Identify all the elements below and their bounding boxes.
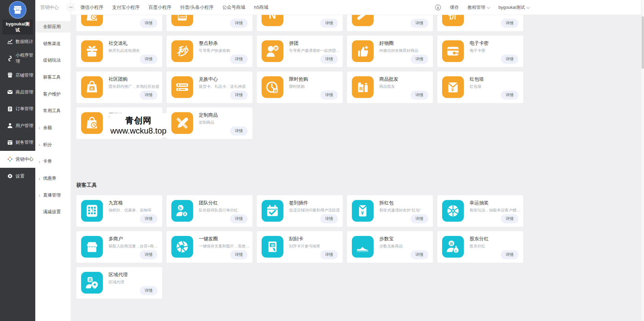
detail-button[interactable]: 详情 (230, 250, 248, 259)
detail-button[interactable]: 详情 (501, 91, 518, 100)
svg-text:¥: ¥ (451, 87, 454, 92)
detail-button[interactable]: 详情 (230, 55, 248, 64)
detail-button[interactable]: 详情 (140, 91, 157, 100)
detail-button[interactable]: 详情 (411, 250, 428, 259)
letter-n-icon: N (262, 15, 283, 26)
detail-button[interactable]: 详情 (320, 250, 338, 259)
detail-button[interactable]: 详情 (320, 19, 338, 28)
app-card-title: 幸运抽奖 (470, 200, 489, 206)
miniprogram-icon (7, 56, 13, 61)
brand-logo-icon (9, 1, 26, 19)
submenu-title: 营销中心 (40, 4, 59, 11)
open-redpacket-icon: ¥ (352, 200, 374, 222)
app-card-subtitle: 限时抢购 (289, 84, 305, 89)
app-card-title: 股东分红 (470, 236, 489, 242)
sidebar-item-设置[interactable]: 设置 (0, 168, 35, 185)
sidebar-item-label: 数据统计 (16, 39, 33, 45)
detail-button[interactable]: 详情 (411, 91, 428, 100)
tutorial-menu[interactable]: 教程管理 (468, 4, 490, 11)
app-card-title: 多商户 (109, 236, 123, 242)
submenu-item-客户维护[interactable]: 客户维护 (35, 86, 71, 103)
sidebar-item-订单管理[interactable]: 订单管理 (0, 100, 35, 117)
submenu-item-销售渠道[interactable]: 销售渠道 (35, 35, 71, 52)
detail-button[interactable]: 详情 (501, 19, 518, 28)
marketing-icon (7, 156, 13, 162)
detail-button[interactable]: 详情 (411, 55, 428, 64)
submenu-item-获客工具[interactable]: 获客工具 (35, 69, 71, 86)
platform-tab-百度小程序[interactable]: 百度小程序 (149, 4, 172, 11)
app-card-subtitle: 刮开卡片参与抽奖 (289, 244, 320, 249)
detail-button[interactable]: 详情 (501, 250, 518, 259)
sidebar-item-用户管理[interactable]: 用户管理 (0, 117, 35, 134)
app-card-title: 拼团 (289, 40, 299, 46)
detail-button[interactable]: 详情 (230, 126, 248, 136)
submenu-item-优惠券[interactable]: ›优惠券 (35, 170, 71, 187)
submenu-item-促销玩法[interactable]: 促销玩法 (35, 52, 71, 69)
app-card-subtitle: 股东分红 (470, 244, 485, 249)
detail-button[interactable]: 详情 (411, 19, 428, 28)
submenu-item-余额[interactable]: ›余额 (35, 119, 71, 136)
platform-tab-微信小程序[interactable]: 微信小程序 (80, 4, 103, 11)
detail-button[interactable]: 详情 (411, 214, 428, 223)
detail-button[interactable]: 详情 (501, 55, 518, 64)
lucky-wheel-icon (442, 200, 464, 222)
detail-button[interactable]: 详情 (230, 214, 248, 223)
app-card-社交送礼: 社交送礼购买礼品送给朋友详情 (76, 36, 162, 67)
topbar: 微信小程序支付宝小程序百度小程序抖音/头条小程序公众号商城h5商城 缓存 教程管… (71, 0, 644, 15)
detail-button[interactable]: 详情 (140, 55, 157, 64)
app-card-title: 团队分红 (199, 200, 218, 206)
cache-button[interactable]: 缓存 (450, 4, 459, 11)
sidebar-item-营销中心[interactable]: 营销中心 (0, 151, 35, 168)
detail-button[interactable]: 详情 (230, 19, 248, 28)
sidebar-item-店铺管理[interactable]: 店铺管理 (0, 67, 35, 84)
detail-button[interactable]: 详情 (320, 55, 338, 64)
app-card: combo详情 (167, 15, 252, 31)
submenu-item-全部应用[interactable]: 全部应用 (35, 21, 71, 33)
collapse-sidebar-button[interactable]: << (67, 4, 75, 11)
app-card-社区团购: 社社区团购团长群内推广，本地社区自提详情 (76, 72, 162, 103)
sidebar-item-商品管理[interactable]: 商品管理 (0, 84, 35, 101)
submenu-item-卡券[interactable]: ›卡券 (35, 153, 71, 170)
app-card-商品批发: 批商品批发商品批发详情 (347, 72, 433, 103)
detail-button[interactable]: 详情 (140, 250, 157, 259)
app-window: bygoukai测试 数据统计小程序管理店铺管理商品管理订单管理用户管理¥财务管… (0, 0, 644, 321)
account-menu[interactable]: bygoukai测试 (498, 4, 529, 11)
sidebar-item-小程序管理[interactable]: 小程序管理 (0, 50, 35, 67)
svg-text:批: 批 (359, 86, 363, 91)
sidebar-item-label: 订单管理 (16, 106, 33, 112)
platform-tab-h5商城[interactable]: h5商城 (254, 4, 268, 11)
detail-button[interactable]: 详情 (320, 214, 338, 223)
detail-button[interactable]: 详情 (140, 214, 157, 223)
app-card-title: 九宫格 (109, 200, 123, 206)
app-card-row: 社交送礼购买礼品送给朋友详情秒整点秒杀引导客户快速抢购详情拼拼团引导客户邀请朋友… (76, 36, 523, 67)
price-tag-icon: 价 (442, 15, 464, 26)
submenu-item-满减设置[interactable]: 满减设置 (35, 204, 71, 221)
chevron-right-icon: › (39, 175, 40, 181)
scrollbar-thumb[interactable] (642, 16, 644, 69)
submenu-item-直播管理[interactable]: ›直播管理 (35, 187, 71, 204)
platform-tab-公众号商城[interactable]: 公众号商城 (222, 4, 245, 11)
detail-button[interactable]: 详情 (320, 91, 338, 100)
platform-tab-抖音/头条小程序[interactable]: 抖音/头条小程序 (180, 4, 213, 11)
vertical-scrollbar[interactable] (641, 0, 644, 321)
app-card-subtitle: 引导客户快速抢购 (199, 48, 230, 53)
detail-button[interactable]: 详情 (140, 286, 157, 295)
platform-tab-支付宝小程序[interactable]: 支付宝小程序 (112, 4, 140, 11)
app-card-拼团: 拼拼团引导客户邀请朋友一起拼团购买详情 (257, 36, 343, 67)
sidebar-item-财务管理[interactable]: ¥财务管理 (0, 134, 35, 151)
detail-button[interactable]: 详情 (140, 19, 157, 28)
submenu-item-常用工具[interactable]: 常用工具 (35, 102, 71, 119)
svg-text:¥: ¥ (184, 212, 186, 216)
app-card-电子卡密: 电子卡密电子卡密详情 (437, 36, 523, 67)
brand-name: bygoukai测试 (2, 20, 33, 35)
detail-button[interactable]: 详情 (230, 91, 248, 100)
flash-sale-clock-icon: 抢 (262, 76, 283, 98)
detail-button[interactable]: 详情 (501, 214, 518, 223)
user-icon (7, 123, 13, 128)
download-icon[interactable] (435, 4, 441, 11)
card-key-icon (442, 40, 464, 62)
chevron-right-icon: › (39, 159, 40, 164)
app-card: 详情 (76, 15, 162, 31)
sidebar-item-数据统计[interactable]: 数据统计 (0, 33, 35, 50)
submenu-item-积分[interactable]: ›积分 (35, 136, 71, 153)
